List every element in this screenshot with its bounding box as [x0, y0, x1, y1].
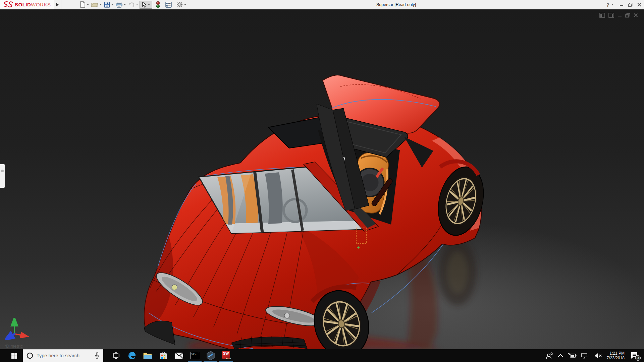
- save-dropdown[interactable]: [111, 4, 113, 5]
- close-button[interactable]: [637, 3, 641, 7]
- taskbar-apps: C:\_ SW 2017: [108, 349, 234, 362]
- file-properties-button[interactable]: [164, 1, 173, 9]
- quick-toolbar: [79, 0, 187, 9]
- clock[interactable]: 1:21 PM 7/23/2018: [607, 351, 625, 360]
- document-window-controls: [599, 13, 638, 18]
- file-properties-icon: [165, 2, 172, 8]
- restore-icon: [628, 3, 633, 7]
- store-button[interactable]: [155, 349, 171, 362]
- pane-right-icon: [608, 13, 614, 18]
- doc-restore-icon: [625, 13, 630, 18]
- print-button[interactable]: [115, 1, 123, 9]
- people-icon[interactable]: [546, 352, 553, 359]
- doc-close-icon: [634, 13, 638, 17]
- hidden-icons-chevron[interactable]: [558, 354, 563, 357]
- rebuild-traffic-light-icon: [156, 1, 160, 8]
- open-folder-icon: [91, 2, 98, 7]
- print-icon: [116, 2, 122, 8]
- store-icon: [159, 351, 167, 360]
- undo-button[interactable]: [127, 1, 136, 9]
- select-tool-active: [140, 1, 152, 9]
- minimize-icon: [620, 3, 624, 7]
- new-document-button[interactable]: [79, 1, 87, 9]
- notification-badge: 3: [635, 355, 641, 361]
- supercar-model[interactable]: [0, 9, 644, 349]
- viewport-3d[interactable]: *Dimetric: [0, 9, 644, 349]
- solidworks-window: SOLIDWORKS: [0, 0, 644, 362]
- restore-button[interactable]: [628, 3, 633, 7]
- mail-button[interactable]: [171, 349, 187, 362]
- open-button[interactable]: [90, 1, 99, 9]
- search-input[interactable]: Type here to search: [23, 349, 103, 362]
- taskbar: Type here to search: [0, 349, 644, 362]
- system-tray: 1:21 PM 7/23/2018 3: [546, 349, 644, 362]
- edge-icon: [127, 351, 136, 360]
- view-orientation-label: *Dimetric: [4, 344, 23, 349]
- close-icon: [637, 3, 641, 7]
- options-dropdown[interactable]: [184, 4, 186, 5]
- tray-time: 1:21 PM: [607, 351, 625, 356]
- solidworks-logo: SOLIDWORKS: [0, 0, 54, 9]
- doc-minimize-icon: [618, 13, 622, 17]
- undo-dropdown[interactable]: [136, 4, 138, 5]
- windows-logo-icon: [11, 353, 17, 359]
- file-explorer-icon: [143, 352, 152, 359]
- doc-restore-button[interactable]: [625, 13, 630, 18]
- feature-panel-collapsed-tab[interactable]: [0, 164, 5, 188]
- volume-muted-icon[interactable]: [594, 353, 602, 359]
- edrawings-button[interactable]: [203, 349, 218, 362]
- tray-date: 7/23/2018: [607, 356, 625, 360]
- microphone-icon[interactable]: [95, 352, 100, 359]
- window-title: Supercar [Read-only]: [376, 0, 416, 9]
- open-dropdown[interactable]: [100, 4, 102, 5]
- mail-icon: [175, 352, 183, 359]
- file-explorer-button[interactable]: [140, 349, 155, 362]
- cortana-icon: [26, 352, 33, 359]
- task-view-button[interactable]: [108, 349, 124, 362]
- battery-charging-icon[interactable]: [568, 353, 577, 359]
- action-center-button[interactable]: 3: [629, 351, 639, 361]
- network-icon[interactable]: [581, 353, 589, 359]
- new-document-icon: [80, 1, 86, 8]
- options-button[interactable]: [175, 1, 184, 9]
- start-button[interactable]: [6, 349, 22, 362]
- pane-left-button[interactable]: [599, 13, 605, 18]
- help-button[interactable]: ?: [606, 2, 609, 8]
- options-gear-icon: [176, 1, 183, 8]
- solidworks-2017-button[interactable]: SW 2017: [218, 349, 234, 362]
- edge-button[interactable]: [124, 349, 140, 362]
- menu-flyout-button[interactable]: [54, 0, 61, 9]
- flyout-arrow-icon: [56, 3, 59, 6]
- new-dropdown[interactable]: [87, 4, 89, 5]
- minimize-button[interactable]: [620, 3, 624, 7]
- undo-icon: [128, 2, 135, 7]
- orientation-triad: [5, 318, 29, 340]
- brand-text: SOLIDWORKS: [15, 2, 51, 7]
- titlebar: SOLIDWORKS: [0, 0, 644, 9]
- save-icon: [104, 2, 110, 8]
- solidworks-2017-icon: SW 2017: [222, 351, 231, 360]
- titlebar-controls: ?: [606, 0, 641, 9]
- solidworks-mark-icon: [3, 1, 13, 8]
- select-cursor-icon: [142, 2, 147, 8]
- rebuild-button[interactable]: [155, 1, 161, 9]
- task-view-icon: [112, 352, 120, 359]
- doc-minimize-button[interactable]: [618, 13, 622, 17]
- select-dropdown[interactable]: [148, 4, 150, 5]
- help-dropdown[interactable]: [611, 4, 613, 5]
- command-prompt-button[interactable]: C:\_: [187, 349, 203, 362]
- pane-right-button[interactable]: [608, 13, 614, 18]
- save-button[interactable]: [103, 1, 111, 9]
- doc-close-button[interactable]: [634, 13, 638, 17]
- edrawings-icon: [206, 351, 215, 360]
- command-prompt-icon: C:\_: [191, 352, 199, 359]
- pane-left-icon: [599, 13, 605, 18]
- select-button[interactable]: [141, 1, 148, 9]
- print-dropdown[interactable]: [124, 4, 126, 5]
- search-placeholder: Type here to search: [37, 353, 91, 358]
